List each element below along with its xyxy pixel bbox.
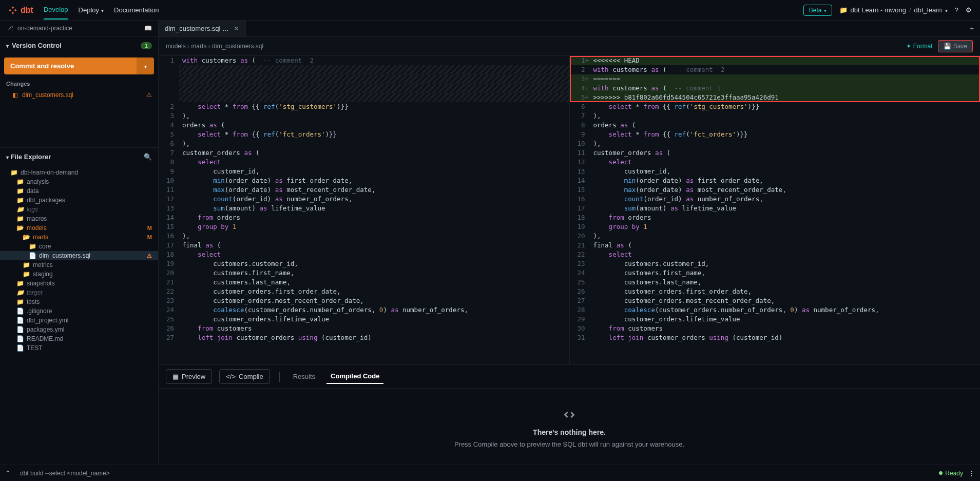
code-line[interactable]: 1<<<<<<< HEAD — [570, 56, 981, 65]
logo[interactable]: dbt — [8, 6, 33, 15]
tree-folder[interactable]: 📁analysis — [0, 177, 158, 186]
code-line[interactable]: 12 count(order_id) as number_of_orders, — [159, 195, 569, 204]
code-line[interactable]: 18 from orders — [570, 213, 981, 222]
code-line[interactable]: 10), — [570, 139, 981, 148]
tree-file[interactable]: 📄README.md — [0, 334, 158, 343]
code-line[interactable]: 4with customers as ( -- comment 1 — [570, 84, 981, 93]
diff-pane-right[interactable]: 1<<<<<<< HEAD2with customers as ( -- com… — [570, 56, 981, 364]
settings-icon[interactable]: ⚙ — [966, 6, 972, 14]
code-line[interactable]: 11 max(order_date) as most_recent_order_… — [159, 185, 569, 195]
breadcrumb[interactable]: models › marts › dim_customers.sql — [166, 43, 263, 50]
beta-tag[interactable]: Beta — [803, 5, 832, 16]
nav-deploy[interactable]: Deploy — [79, 1, 104, 20]
close-tab-icon[interactable]: ✕ — [234, 25, 239, 32]
nav-develop[interactable]: Develop — [44, 1, 68, 20]
code-line[interactable]: 21 customers.last_name, — [159, 278, 569, 287]
code-line[interactable]: 11customer_orders as ( — [570, 148, 981, 158]
help-icon[interactable]: ? — [955, 6, 958, 14]
code-line[interactable]: 22 select — [570, 250, 981, 259]
add-tab-button[interactable]: + — [964, 21, 980, 36]
code-line[interactable]: 26 customer_orders.first_order_date, — [570, 287, 981, 296]
code-line[interactable]: 20), — [570, 232, 981, 241]
diff-pane-left[interactable]: 1with customers as ( -- comment 22 selec… — [159, 56, 570, 364]
chevron-up-icon[interactable]: ⌃ — [5, 469, 11, 477]
code-line[interactable]: 15 max(order_date) as most_recent_order_… — [570, 185, 981, 195]
file-tab[interactable]: dim_customers.sql (confli... ✕ — [159, 21, 246, 36]
code-line[interactable]: 21final as ( — [570, 241, 981, 250]
version-control-header[interactable]: Version Control 1 — [0, 36, 158, 54]
code-line[interactable]: 23 customer_orders.most_recent_order_dat… — [159, 296, 569, 305]
tree-file[interactable]: 📄packages.yml — [0, 325, 158, 334]
compile-button[interactable]: </> Compile — [219, 369, 270, 384]
book-icon[interactable]: 📖 — [144, 25, 152, 32]
code-line[interactable]: 10 min(order_date) as first_order_date, — [159, 176, 569, 185]
code-line[interactable]: 27 customer_orders.most_recent_order_dat… — [570, 296, 981, 305]
command-input[interactable]: dbt build --select <model_name> — [16, 468, 934, 479]
code-line[interactable]: 5>>>>>>> b81f802a66fd544504c65721e3ffaaa… — [570, 93, 981, 102]
tree-folder[interactable]: 📁data — [0, 186, 158, 196]
code-line[interactable]: 5 select * from {{ ref('fct_orders')}} — [159, 130, 569, 139]
code-line[interactable]: 7), — [570, 111, 981, 121]
code-line[interactable]: 24 coalesce(customer_orders.number_of_or… — [159, 305, 569, 315]
tree-folder[interactable]: 📁dbt_packages — [0, 196, 158, 205]
code-line[interactable]: 19 group by 1 — [570, 222, 981, 232]
code-line[interactable] — [159, 93, 569, 102]
code-line[interactable]: 26 from customers — [159, 324, 569, 333]
search-icon[interactable]: 🔍 — [144, 153, 152, 161]
tree-folder[interactable]: 📁target — [0, 288, 158, 297]
changed-file-item[interactable]: ◧ dim_customers.sql ⚠ — [0, 89, 158, 101]
code-line[interactable]: 2with customers as ( -- comment 2 — [570, 65, 981, 74]
tree-folder[interactable]: 📁dbt-learn-on-demand — [0, 168, 158, 177]
code-line[interactable]: 22 customer_orders.first_order_date, — [159, 287, 569, 296]
code-line[interactable]: 14 from orders — [159, 213, 569, 222]
tree-file[interactable]: 📄dim_customers.sql⚠ — [0, 251, 158, 260]
tree-folder[interactable]: 📁metrics — [0, 260, 158, 270]
code-line[interactable]: 16 count(order_id) as number_of_orders, — [570, 195, 981, 204]
code-line[interactable]: 28 coalesce(customer_orders.number_of_or… — [570, 305, 981, 315]
code-line[interactable]: 3), — [159, 111, 569, 121]
code-line[interactable]: 9 customer_id, — [159, 167, 569, 176]
tree-file[interactable]: 📄.gitignore — [0, 306, 158, 316]
code-line[interactable] — [159, 84, 569, 93]
save-button[interactable]: 💾 Save — [938, 40, 973, 52]
tree-file[interactable]: 📄dbt_project.yml — [0, 316, 158, 325]
code-line[interactable]: 29 customer_orders.lifetime_value — [570, 315, 981, 324]
code-line[interactable]: 1with customers as ( -- comment 2 — [159, 56, 569, 65]
code-line[interactable]: 13 customer_id, — [570, 167, 981, 176]
code-line[interactable]: 3======= — [570, 74, 981, 84]
file-explorer-header[interactable]: File Explorer 🔍 — [0, 147, 158, 166]
code-line[interactable]: 2 select * from {{ ref('stg_customers')}… — [159, 102, 569, 111]
tab-results[interactable]: Results — [289, 370, 319, 383]
tree-folder[interactable]: 📂martsM — [0, 233, 158, 242]
code-line[interactable]: 17final as ( — [159, 241, 569, 250]
tab-compiled-code[interactable]: Compiled Code — [326, 369, 383, 384]
commit-button[interactable]: Commit and resolve — [4, 57, 137, 74]
tree-folder[interactable]: 📁logs — [0, 205, 158, 214]
code-line[interactable]: 27 left join customer_orders using (cust… — [159, 333, 569, 342]
code-line[interactable]: 9 select * from {{ ref('fct_orders')}} — [570, 130, 981, 139]
code-line[interactable]: 16), — [159, 232, 569, 241]
code-line[interactable] — [159, 65, 569, 74]
commit-dropdown[interactable] — [137, 57, 154, 74]
code-line[interactable]: 8orders as ( — [570, 121, 981, 130]
code-line[interactable]: 8 select — [159, 158, 569, 167]
format-button[interactable]: ✦ Format — [906, 40, 933, 52]
code-line[interactable]: 6 select * from {{ ref('stg_customers')}… — [570, 102, 981, 111]
preview-button[interactable]: ▦ Preview — [166, 369, 212, 384]
tree-folder[interactable]: 📁core — [0, 242, 158, 251]
code-line[interactable]: 25 customer_orders.lifetime_value — [159, 315, 569, 324]
code-line[interactable]: 20 customers.first_name, — [159, 268, 569, 278]
code-line[interactable]: 15 group by 1 — [159, 222, 569, 232]
tree-folder[interactable]: 📁staging — [0, 270, 158, 279]
code-line[interactable]: 4orders as ( — [159, 121, 569, 130]
code-line[interactable]: 23 customers.customer_id, — [570, 259, 981, 268]
more-icon[interactable]: ⋮ — [968, 469, 975, 477]
project-breadcrumb[interactable]: 📁 dbt Learn - mwong / dbt_learn — [839, 6, 948, 14]
code-line[interactable]: 25 customers.last_name, — [570, 278, 981, 287]
nav-docs[interactable]: Documentation — [114, 1, 159, 20]
code-line[interactable]: 17 sum(amount) as lifetime_value — [570, 204, 981, 213]
code-line[interactable]: 30 from customers — [570, 324, 981, 333]
tree-folder[interactable]: 📂modelsM — [0, 223, 158, 233]
code-line[interactable] — [159, 74, 569, 84]
code-line[interactable]: 7customer_orders as ( — [159, 148, 569, 158]
